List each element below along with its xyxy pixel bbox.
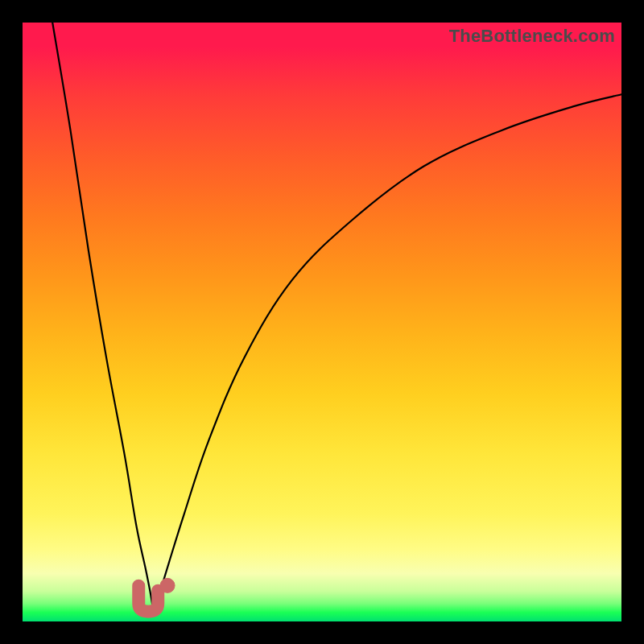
marker-dot-icon <box>160 578 175 592</box>
curve-right-branch <box>155 94 621 609</box>
bottleneck-curve-plot <box>23 23 621 621</box>
chart-frame: TheBottleneck.com <box>23 23 621 621</box>
marker-u-icon <box>138 586 158 612</box>
curve-left-branch <box>52 23 153 609</box>
